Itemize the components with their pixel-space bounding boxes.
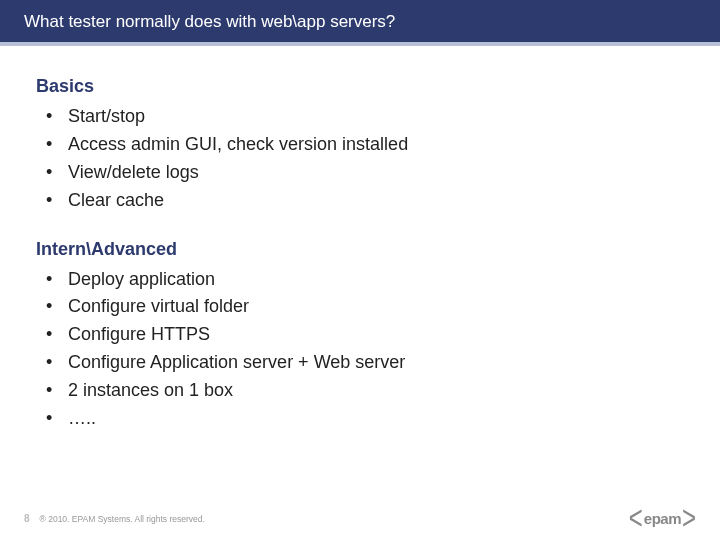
- footer-left: 8 ® 2010. EPAM Systems. All rights reser…: [24, 513, 205, 524]
- list-item: Configure HTTPS: [46, 321, 684, 349]
- list-item: Configure virtual folder: [46, 293, 684, 321]
- page-number: 8: [24, 513, 30, 524]
- bullet-list-advanced: Deploy application Configure virtual fol…: [46, 266, 684, 433]
- epam-logo: < epam >: [629, 506, 696, 530]
- list-item: Configure Application server + Web serve…: [46, 349, 684, 377]
- list-item: …..: [46, 405, 684, 433]
- list-item: Access admin GUI, check version installe…: [46, 131, 684, 159]
- angle-right-icon: >: [682, 501, 696, 535]
- slide: What tester normally does with web\app s…: [0, 0, 720, 540]
- copyright-text: ® 2010. EPAM Systems. All rights reserve…: [40, 514, 205, 524]
- section-heading-advanced: Intern\Advanced: [36, 239, 684, 260]
- footer: 8 ® 2010. EPAM Systems. All rights reser…: [0, 506, 720, 530]
- section-heading-basics: Basics: [36, 76, 684, 97]
- list-item: 2 instances on 1 box: [46, 377, 684, 405]
- list-item: Start/stop: [46, 103, 684, 131]
- angle-left-icon: <: [629, 501, 643, 535]
- list-item: Deploy application: [46, 266, 684, 294]
- slide-title: What tester normally does with web\app s…: [0, 0, 720, 46]
- list-item: Clear cache: [46, 187, 684, 215]
- logo-text: epam: [644, 510, 681, 527]
- list-item: View/delete logs: [46, 159, 684, 187]
- slide-content: Basics Start/stop Access admin GUI, chec…: [0, 46, 720, 433]
- bullet-list-basics: Start/stop Access admin GUI, check versi…: [46, 103, 684, 215]
